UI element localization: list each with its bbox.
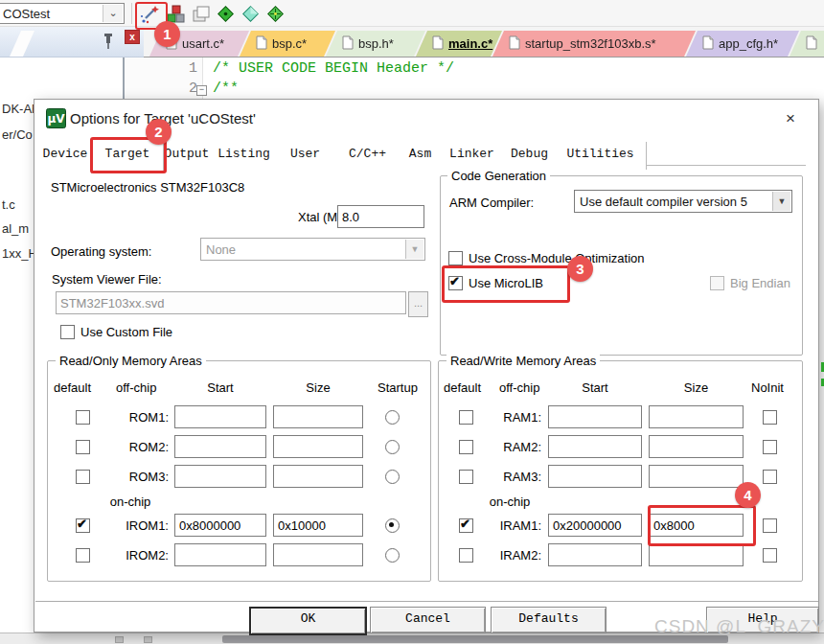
ram1-start-input[interactable] — [548, 405, 642, 428]
rom1-start-input[interactable] — [174, 405, 266, 428]
tab-c-cpp[interactable]: C/C++ — [334, 142, 401, 170]
rom1-default-checkbox[interactable] — [76, 410, 90, 425]
rom-header-start: Start — [174, 380, 266, 395]
irom2-start-input[interactable] — [174, 543, 266, 566]
rom-header-offchip: off-chip — [116, 380, 156, 395]
document-icon — [256, 35, 267, 50]
chevron-down-icon: ▼ — [405, 240, 423, 259]
patterned-diamond-icon[interactable] — [264, 3, 286, 25]
file-tab-label: main.c* — [448, 36, 492, 51]
irom2-startup-radio[interactable] — [385, 548, 400, 563]
ram-onchip-label: on-chip — [478, 494, 541, 509]
iram2-size-input[interactable] — [649, 543, 744, 566]
irom1-size-input[interactable] — [273, 514, 363, 537]
iram1-start-input[interactable] — [548, 514, 642, 537]
irom1-startup-radio[interactable] — [385, 518, 400, 533]
arm-compiler-label: ARM Compiler: — [449, 196, 534, 210]
iram2-default-checkbox[interactable] — [459, 548, 473, 563]
tree-item-fragment[interactable]: 1xx_H — [2, 246, 37, 261]
ram2-default-checkbox[interactable] — [459, 440, 473, 454]
irom2-default-checkbox[interactable] — [76, 548, 90, 563]
rom3-default-checkbox[interactable] — [76, 470, 90, 484]
ram-header-noinit: NoInit — [751, 380, 784, 395]
rom2-start-input[interactable] — [174, 435, 266, 458]
iram2-start-input[interactable] — [548, 543, 642, 566]
tab-debug[interactable]: Debug — [504, 142, 556, 170]
irom1-start-input[interactable] — [174, 514, 266, 537]
ram1-label: RAM1: — [478, 410, 541, 425]
ram2-noinit-checkbox[interactable] — [763, 440, 777, 454]
file-tab-bsp-c[interactable]: bsp.c* — [240, 31, 335, 57]
file-tab-startup[interactable]: startup_stm32f103xb.s* — [492, 31, 696, 57]
tab-device[interactable]: Device — [39, 142, 92, 170]
ram3-default-checkbox[interactable] — [459, 470, 473, 484]
rom3-size-input[interactable] — [273, 465, 363, 488]
pin-icon[interactable] — [102, 32, 115, 51]
rom1-startup-radio[interactable] — [385, 410, 400, 425]
ram2-start-input[interactable] — [548, 435, 642, 458]
use-custom-file-checkbox[interactable] — [60, 325, 75, 339]
target-select-combo[interactable]: COStest ⌄ — [0, 3, 125, 24]
horizontal-scrollbar[interactable] — [222, 635, 728, 643]
file-tab-label: bsp.c* — [272, 36, 307, 51]
code-fold-toggle[interactable]: − — [196, 85, 207, 96]
arm-compiler-select[interactable]: Use default compiler version 5 ▼ — [574, 190, 792, 213]
rom-header-size: Size — [273, 380, 363, 395]
ram1-noinit-checkbox[interactable] — [763, 410, 777, 425]
big-endian-label: Big Endian — [730, 276, 790, 290]
ok-button[interactable]: OK — [249, 607, 367, 635]
rom2-size-input[interactable] — [273, 435, 363, 458]
chevron-down-icon[interactable]: ⌄ — [103, 5, 123, 22]
tab-utilities[interactable]: Utilities — [555, 142, 647, 170]
ram3-start-input[interactable] — [548, 465, 642, 488]
chevron-down-icon[interactable]: ▼ — [772, 192, 790, 211]
use-cross-module-checkbox[interactable] — [448, 251, 463, 265]
tab-linker[interactable]: Linker — [440, 142, 505, 170]
ram-header-offchip: off-chip — [499, 380, 539, 395]
irom2-size-input[interactable] — [273, 543, 363, 566]
main-toolbar: COStest ⌄ — [0, 0, 824, 27]
tab-output[interactable]: Output — [162, 142, 213, 170]
big-endian-checkbox — [710, 276, 724, 290]
ram1-default-checkbox[interactable] — [459, 410, 473, 425]
ram-header-start: Start — [548, 380, 642, 395]
ram1-size-input[interactable] — [649, 405, 744, 428]
irom1-default-checkbox[interactable] — [76, 518, 90, 533]
defaults-button[interactable]: Defaults — [491, 607, 607, 633]
rom1-size-input[interactable] — [273, 405, 363, 428]
ram-header-default: default — [444, 380, 481, 395]
file-tab-bsp-h[interactable]: bsp.h* — [326, 31, 425, 57]
tab-listing[interactable]: Listing — [212, 142, 277, 170]
tree-item-fragment[interactable]: al_m — [2, 221, 29, 236]
tab-user[interactable]: User — [276, 142, 335, 170]
rom3-start-input[interactable] — [174, 465, 266, 488]
ram2-size-input[interactable] — [649, 435, 744, 458]
rom2-default-checkbox[interactable] — [76, 440, 90, 454]
tree-item-fragment[interactable]: er/Co — [2, 127, 33, 142]
rom2-startup-radio[interactable] — [385, 440, 400, 454]
iram2-noinit-checkbox[interactable] — [763, 548, 777, 563]
code-line-1: /* USER CODE BEGIN Header */ — [213, 60, 454, 77]
file-tab-app-cfg[interactable]: app_cfg.h* — [686, 31, 799, 57]
ram3-noinit-checkbox[interactable] — [763, 470, 777, 484]
file-tab-main-c[interactable]: main.c* — [416, 31, 502, 57]
close-icon[interactable]: × — [778, 107, 803, 130]
csdn-watermark: CSDN @L_GRAZY — [654, 616, 824, 637]
ram3-size-input[interactable] — [649, 465, 744, 488]
xtal-input[interactable] — [337, 205, 424, 228]
green-diamond-icon[interactable] — [215, 3, 237, 25]
iram1-default-checkbox[interactable] — [459, 518, 473, 533]
tab-asm[interactable]: Asm — [401, 142, 441, 170]
document-icon — [806, 35, 817, 50]
svg-text:µV: µV — [47, 112, 65, 126]
browse-button[interactable]: ... — [408, 291, 428, 317]
file-tab-label: usart.c* — [182, 36, 224, 51]
tree-item-fragment[interactable]: t.c — [2, 197, 15, 212]
rom3-startup-radio[interactable] — [385, 470, 400, 484]
window-stack-icon[interactable] — [190, 3, 212, 25]
ram-header-size: Size — [649, 380, 744, 395]
panel-close-button[interactable]: x — [125, 30, 140, 44]
cyan-diamond-icon[interactable] — [240, 3, 262, 25]
cancel-button[interactable]: Cancel — [370, 607, 486, 633]
iram1-noinit-checkbox[interactable] — [763, 518, 777, 533]
